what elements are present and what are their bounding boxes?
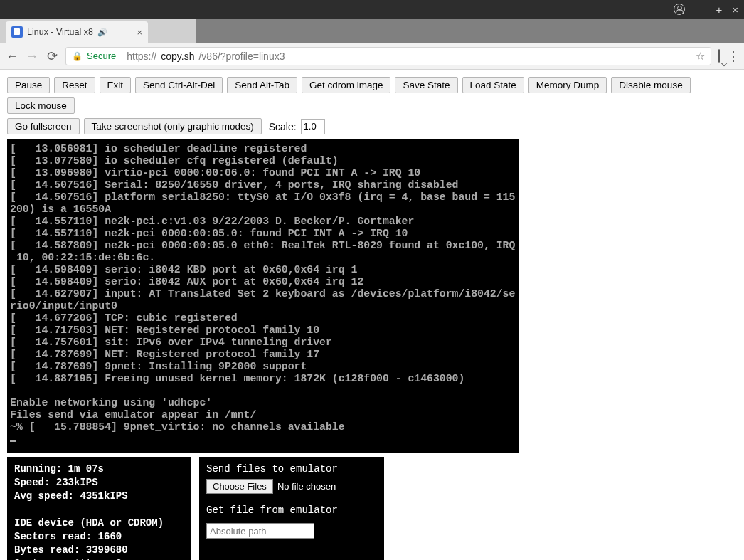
reset-button[interactable]: Reset: [54, 77, 95, 93]
stat-running: Running: 1m 07s: [14, 463, 184, 476]
exit-button[interactable]: Exit: [100, 77, 132, 93]
send-ctrl-alt-del-button[interactable]: Send Ctrl-Alt-Del: [135, 77, 223, 93]
stat-sectors-written: Sectors written: 0: [14, 557, 184, 560]
choose-files-button[interactable]: Choose Files: [206, 479, 273, 494]
bookmark-star-icon[interactable]: ☆: [696, 50, 705, 63]
files-panel: Send files to emulator Choose FilesNo fi…: [199, 457, 384, 560]
emulator-toolbar-row1: Pause Reset Exit Send Ctrl-Alt-Del Send …: [7, 77, 737, 114]
tab-favicon: [11, 26, 23, 38]
tab-audio-icon[interactable]: 🔊: [97, 28, 107, 37]
emulator-terminal[interactable]: [ 13.056981] io scheduler deadline regis…: [7, 139, 519, 453]
bottom-panels: Running: 1m 07s Speed: 233kIPS Avg speed…: [7, 457, 737, 560]
get-file-header: Get file from emulator: [206, 504, 377, 517]
load-state-button[interactable]: Load State: [462, 77, 524, 93]
maximize-button[interactable]: +: [716, 4, 722, 15]
window-titlebar: — + ×: [0, 0, 744, 19]
stat-bytes-read: Bytes read: 3399680: [14, 544, 184, 557]
stat-speed: Speed: 233kIPS: [14, 476, 184, 490]
page-content: Pause Reset Exit Send Ctrl-Alt-Del Send …: [0, 70, 744, 560]
send-files-header: Send files to emulator: [206, 463, 377, 476]
user-icon[interactable]: [674, 4, 685, 15]
disable-mouse-button[interactable]: Disable mouse: [611, 77, 690, 93]
stat-ide-header: IDE device (HDA or CDROM): [14, 517, 184, 530]
reload-button[interactable]: ⟳: [46, 50, 58, 63]
tab-close-icon[interactable]: ×: [137, 27, 142, 38]
fullscreen-button[interactable]: Go fullscreen: [7, 118, 80, 134]
save-state-button[interactable]: Save State: [395, 77, 457, 93]
stat-sectors-read: Sectors read: 1660: [14, 530, 184, 544]
send-alt-tab-button[interactable]: Send Alt-Tab: [227, 77, 297, 93]
browser-toolbar: ← → ⟳ 🔒 Secure https://copy.sh/v86/?prof…: [0, 43, 744, 70]
stat-avg-speed: Avg speed: 4351kIPS: [14, 490, 184, 503]
file-chosen-status: No file chosen: [277, 481, 336, 492]
browser-tab-active[interactable]: Linux - Virtual x8 🔊 ×: [6, 21, 148, 43]
window-close-button[interactable]: ×: [732, 4, 738, 15]
chat-icon[interactable]: [718, 50, 720, 63]
minimize-button[interactable]: —: [695, 4, 706, 15]
emulator-toolbar-row2: Go fullscreen Take screenshot (only grap…: [7, 118, 737, 134]
back-button[interactable]: ←: [6, 50, 18, 63]
absolute-path-input[interactable]: [206, 523, 314, 539]
forward-button: →: [26, 50, 38, 63]
get-cdrom-button[interactable]: Get cdrom image: [302, 77, 391, 93]
url-host: copy.sh: [161, 51, 194, 62]
scale-label: Scale:: [269, 121, 297, 132]
screenshot-button[interactable]: Take screenshot (only graphic modes): [84, 118, 262, 134]
url-path: /v86/?profile=linux3: [198, 51, 285, 62]
browser-tabstrip: Linux - Virtual x8 🔊 ×: [0, 19, 744, 43]
pause-button[interactable]: Pause: [7, 77, 50, 93]
scale-input[interactable]: [301, 119, 325, 134]
lock-mouse-button[interactable]: Lock mouse: [7, 97, 75, 114]
secure-label: Secure: [87, 51, 122, 61]
url-scheme: https://: [127, 51, 156, 62]
menu-icon[interactable]: ⋮: [727, 48, 738, 64]
memory-dump-button[interactable]: Memory Dump: [528, 77, 607, 93]
stats-panel: Running: 1m 07s Speed: 233kIPS Avg speed…: [7, 457, 191, 560]
tab-title: Linux - Virtual x8: [27, 27, 93, 37]
lock-icon: 🔒: [72, 51, 83, 61]
address-bar[interactable]: 🔒 Secure https://copy.sh/v86/?profile=li…: [65, 47, 711, 65]
